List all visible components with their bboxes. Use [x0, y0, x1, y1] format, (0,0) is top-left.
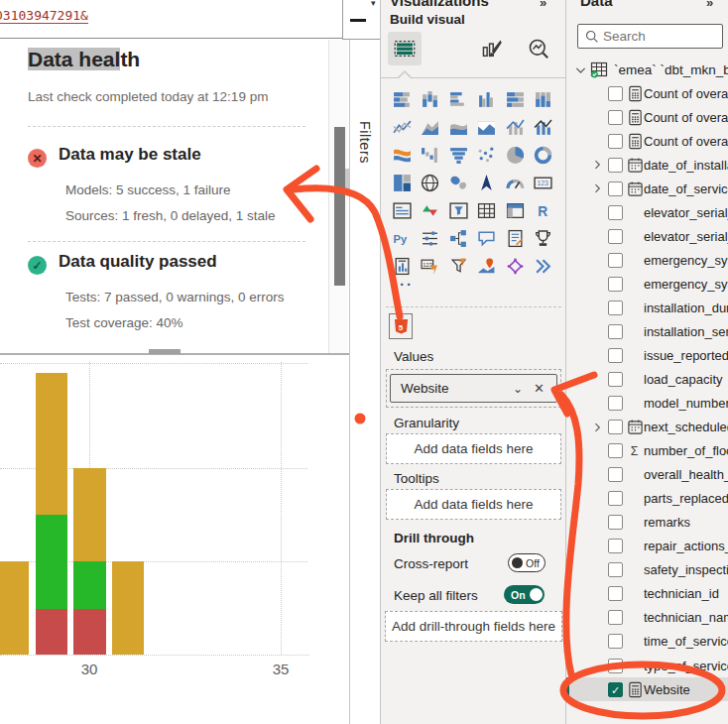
visual-azure-map[interactable]: [474, 171, 500, 194]
field-checkbox[interactable]: [608, 86, 623, 101]
collapse-pane-icon[interactable]: »: [540, 0, 546, 10]
filters-pane-label[interactable]: Filters: [357, 121, 373, 164]
data-health-card[interactable]: Data health Last check completed today a…: [0, 40, 349, 355]
field-checkbox[interactable]: [608, 229, 623, 244]
field-pill-website[interactable]: Website ⌄ ✕: [390, 374, 557, 403]
visual-line-and-stacked-column-chart[interactable]: [502, 115, 528, 139]
visual-map[interactable]: [418, 171, 443, 194]
values-well[interactable]: Website ⌄ ✕: [386, 369, 561, 408]
keep-all-filters-toggle[interactable]: On: [504, 585, 545, 604]
field-checkbox[interactable]: [608, 110, 623, 125]
field-row-date-of-installa-[interactable]: date_of_installa..: [566, 153, 728, 177]
visual-decomposition-tree[interactable]: [445, 226, 471, 250]
visual-arcgis-map[interactable]: [474, 254, 500, 278]
visual-slicer[interactable]: [445, 198, 471, 222]
field-checkbox[interactable]: [608, 301, 623, 315]
visual-python-visual[interactable]: Py: [389, 226, 415, 250]
field-checkbox[interactable]: [608, 634, 623, 649]
visual-area-chart[interactable]: [418, 115, 443, 139]
visual-ribbon-chart[interactable]: [389, 143, 415, 167]
field-checkbox[interactable]: [608, 491, 623, 506]
search-input[interactable]: [603, 29, 712, 44]
visual-key-influencers[interactable]: [502, 254, 528, 278]
visual-filled-map[interactable]: [445, 171, 471, 194]
field-checkbox[interactable]: [608, 396, 623, 411]
field-checkbox[interactable]: [608, 348, 623, 363]
bar-segment-green[interactable]: [73, 561, 106, 609]
textbox-text[interactable]: 03103947291&: [0, 8, 88, 24]
cross-report-toggle[interactable]: Off: [508, 553, 546, 572]
field-checkbox[interactable]: [608, 277, 623, 292]
field-row-remarks[interactable]: remarks: [566, 511, 728, 535]
visual-stacked-column-chart[interactable]: [418, 87, 443, 111]
visual-r-script-visual[interactable]: R: [531, 198, 556, 222]
field-row-repair-actions-t-[interactable]: repair_actions_t.: [566, 535, 728, 558]
visual-pie-chart[interactable]: [502, 143, 528, 167]
field-checkbox[interactable]: [608, 420, 623, 434]
visual-double-chevron-visual[interactable]: [531, 254, 556, 278]
field-checkbox[interactable]: [608, 610, 623, 625]
tab-build-visual[interactable]: [388, 32, 422, 65]
visual-matrix[interactable]: [502, 198, 528, 222]
field-checkbox[interactable]: [608, 253, 623, 268]
visual-donut-chart[interactable]: [531, 143, 556, 167]
field-row-model-number[interactable]: model_number: [566, 392, 728, 416]
field-row-installation-serv-[interactable]: installation_serv.: [566, 319, 728, 343]
visual-q-and-a[interactable]: [474, 226, 500, 250]
visual-line-and-clustered-column-chart[interactable]: [531, 115, 556, 139]
field-checkbox[interactable]: [608, 586, 623, 601]
filters-pane-collapsed[interactable]: Filters: [349, 40, 380, 724]
field-row-technician-id[interactable]: technician_id: [566, 582, 728, 606]
drill-through-well[interactable]: Add drill-through fields here: [385, 611, 562, 642]
field-row-parts-replaced[interactable]: parts_replaced: [566, 487, 728, 511]
visual-metrics[interactable]: [531, 226, 556, 250]
field-row-technician-name[interactable]: technician_name: [566, 606, 728, 630]
field-row-count-of-overal-[interactable]: Count of overal..: [566, 105, 728, 129]
visual-100-stacked-bar-chart[interactable]: [502, 87, 528, 111]
chevron-right-icon[interactable]: [590, 421, 604, 434]
field-checkbox[interactable]: [608, 181, 623, 196]
card-scrollbar-track[interactable]: [328, 40, 348, 353]
field-checkbox[interactable]: [608, 443, 623, 458]
field-row-date-of-service[interactable]: date_of_service: [566, 177, 728, 200]
field-row-elevator-serial-[interactable]: elevator_serial_..: [566, 200, 728, 224]
visual-button-slicer[interactable]: [418, 226, 443, 250]
field-checkbox[interactable]: [608, 158, 623, 173]
bar-segment-gold[interactable]: [0, 561, 29, 655]
stacked-column-chart-visual[interactable]: 3035: [0, 357, 348, 724]
field-row-emergency-syst-[interactable]: emergency_syst.: [566, 248, 728, 272]
granularity-well[interactable]: Add data fields here: [386, 433, 561, 464]
field-checkbox[interactable]: [608, 372, 623, 387]
visual-line-chart[interactable]: [389, 115, 415, 139]
visual-100-stacked-column-chart[interactable]: [531, 87, 556, 111]
chevron-right-icon[interactable]: [590, 181, 604, 195]
field-checkbox[interactable]: [608, 539, 623, 553]
field-row-load-capacity[interactable]: load_capacity: [566, 368, 728, 392]
field-row-number-of-floo-[interactable]: Σnumber_of_floo.: [566, 439, 728, 463]
visual-clustered-bar-chart[interactable]: [445, 87, 471, 111]
visual-stacked-bar-chart[interactable]: [389, 87, 415, 111]
visual-html-content-icon[interactable]: 5: [389, 313, 413, 339]
chevron-right-icon[interactable]: [590, 158, 604, 172]
visual-power-automate-visual[interactable]: [445, 254, 471, 278]
field-checkbox[interactable]: [608, 515, 623, 530]
bar-segment-gold[interactable]: [36, 373, 67, 515]
tooltips-well[interactable]: Add data fields here: [386, 489, 561, 520]
visual-clustered-column-chart[interactable]: [474, 87, 500, 111]
field-checkbox[interactable]: [608, 324, 623, 339]
search-box[interactable]: [577, 24, 723, 49]
field-row-safety-inspectio-[interactable]: safety_inspectio.: [566, 558, 728, 582]
visual-scatter-chart[interactable]: [474, 143, 500, 167]
bar-segment-green[interactable]: [36, 515, 67, 609]
visual-table[interactable]: [474, 198, 500, 222]
visual-multi-row-card[interactable]: [389, 198, 415, 222]
field-row-next-scheduled-[interactable]: next_scheduled..: [566, 416, 728, 439]
field-row-overall-health-c-[interactable]: overall_health_c.: [566, 463, 728, 487]
field-checkbox[interactable]: ✓: [608, 682, 623, 697]
visual-100-stacked-area-chart[interactable]: [474, 115, 500, 139]
field-row-count-of-overal-[interactable]: Count of overal..: [566, 81, 728, 105]
field-row-website[interactable]: ✓Website: [566, 677, 728, 701]
field-row-type-of-service[interactable]: type_of_service: [566, 654, 728, 677]
field-row-time-of-service[interactable]: time_of_service: [566, 630, 728, 654]
field-checkbox[interactable]: [608, 205, 623, 220]
